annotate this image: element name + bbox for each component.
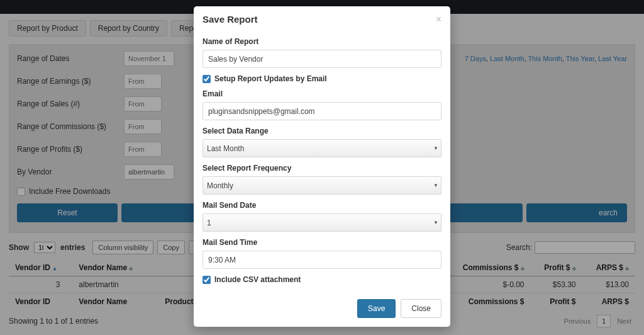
chevron-down-icon: ▼ xyxy=(433,145,438,151)
send-time-input[interactable] xyxy=(203,251,441,269)
setup-email-label: Setup Report Updates by Email xyxy=(214,74,327,83)
label-report-name: Name of Report xyxy=(203,37,441,46)
include-csv-check[interactable]: Include CSV attachment xyxy=(203,275,441,284)
report-name-input[interactable] xyxy=(203,50,441,68)
data-range-select[interactable]: Last Month▼ xyxy=(203,139,441,157)
include-csv-label: Include CSV attachment xyxy=(214,275,301,284)
send-date-select[interactable]: 1▼ xyxy=(203,213,441,232)
save-button[interactable]: Save xyxy=(357,299,396,318)
label-data-range: Select Data Range xyxy=(203,127,441,135)
label-email: Email xyxy=(203,89,441,98)
label-send-date: Mail Send Date xyxy=(203,201,441,210)
save-report-modal: Save Report × Name of Report Setup Repor… xyxy=(194,6,450,327)
label-send-time: Mail Send Time xyxy=(203,238,441,247)
modal-title: Save Report xyxy=(203,14,258,25)
frequency-select[interactable]: Monthly▼ xyxy=(203,176,441,195)
close-button[interactable]: Close xyxy=(401,299,441,318)
checkbox-icon xyxy=(203,75,211,83)
label-frequency: Select Report Frequency xyxy=(203,164,441,173)
chevron-down-icon: ▼ xyxy=(433,220,438,225)
chevron-down-icon: ▼ xyxy=(433,183,438,188)
checkbox-icon xyxy=(203,276,211,284)
modal-overlay: Save Report × Name of Report Setup Repor… xyxy=(0,0,644,335)
email-input[interactable] xyxy=(203,102,441,120)
setup-email-check[interactable]: Setup Report Updates by Email xyxy=(203,74,441,83)
close-icon[interactable]: × xyxy=(436,14,441,25)
